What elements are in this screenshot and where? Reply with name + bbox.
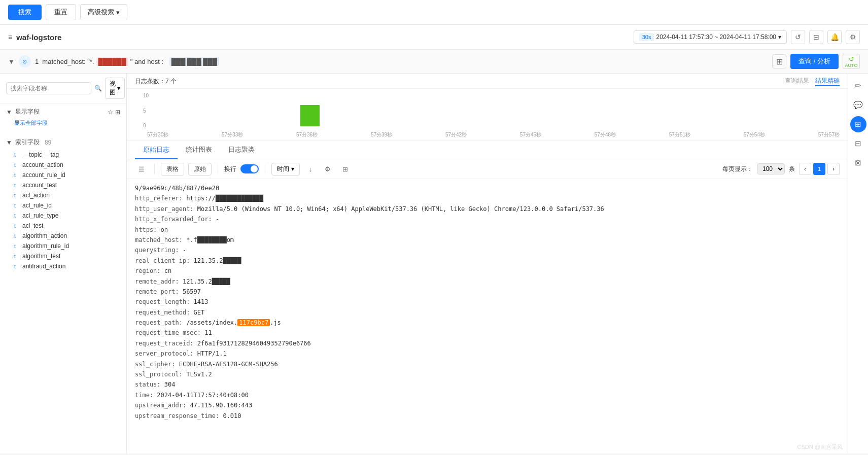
field-item[interactable]: talgorithm_test — [6, 251, 120, 261]
query-result-link[interactable]: 查询结果 — [785, 77, 809, 86]
field-item[interactable]: talgorithm_action — [6, 231, 120, 241]
per-page-unit: 条 — [789, 165, 795, 173]
refresh-button[interactable]: ↺ — [791, 30, 805, 44]
search-button[interactable]: 搜索 — [8, 5, 42, 20]
field-name-label: algorithm_action — [22, 232, 67, 239]
field-item[interactable]: taccount_action — [6, 160, 120, 170]
query-prefix: 1 matched_host: "*. — [35, 58, 94, 65]
columns-icon[interactable]: ⊞ — [115, 109, 120, 116]
star-icon[interactable]: ☆ — [108, 109, 113, 116]
right-edit-icon[interactable]: ✏ — [850, 78, 866, 94]
left-sidebar: 🔍 视图 ▾ ▼ 显示字段 ☆ ⊞ 显示全部字段 — [0, 74, 127, 453]
field-item[interactable]: t__topic__ tag — [6, 150, 120, 160]
show-all-fields-link[interactable]: 显示全部字段 — [6, 119, 120, 127]
field-item[interactable]: tacl_test — [6, 221, 120, 231]
query-host-ip: ███ ███ ███ — [169, 57, 219, 66]
raw-mode-button[interactable]: 原始 — [188, 163, 212, 176]
log-line: matched_host: *.f████████om — [135, 235, 840, 245]
field-item[interactable]: tacl_action — [6, 190, 120, 200]
search-icon[interactable]: 🔍 — [94, 85, 102, 92]
time-filter-button[interactable]: 时间 ▾ — [271, 163, 300, 176]
current-page-button[interactable]: 1 — [813, 163, 825, 175]
print-button[interactable]: ⊟ — [809, 30, 823, 44]
log-key: region: — [135, 267, 164, 274]
column-settings-button[interactable]: ⚙ — [321, 162, 334, 176]
log-key: matched_host: — [135, 236, 186, 243]
field-name-label: account_action — [22, 161, 63, 168]
advanced-search-button[interactable]: 高级搜索 ▾ — [80, 4, 127, 20]
field-item[interactable]: tacl_rule_id — [6, 200, 120, 211]
chart-x-label: 57分45秒 — [520, 131, 541, 138]
prev-page-button[interactable]: ‹ — [799, 163, 811, 175]
log-line: remote_addr: 121.35.2█████ — [135, 276, 840, 287]
field-item[interactable]: tantifraud_action — [6, 261, 120, 271]
log-key: request_time_msec: — [135, 329, 204, 336]
field-type-icon: t — [14, 233, 19, 239]
right-grid-icon[interactable]: ⊞ — [850, 116, 866, 132]
refined-result-link[interactable]: 结果精确 — [815, 77, 840, 86]
toggle-switch[interactable] — [240, 164, 259, 173]
field-item[interactable]: taccount_rule_id — [6, 170, 120, 180]
chart-x-label: 57分57秒 — [818, 131, 840, 138]
log-key: ssl_protocol: — [135, 371, 186, 378]
right-chat-icon[interactable]: 💬 — [850, 97, 866, 113]
log-key: time: — [135, 392, 157, 399]
log-value: 121.35.2█████ — [183, 278, 230, 285]
grid-columns-button[interactable]: ⊞ — [338, 162, 352, 176]
log-line: server_protocol: HTTP/1.1 — [135, 348, 840, 359]
index-count-badge: 89 — [45, 139, 51, 146]
right-expand-icon[interactable]: ⊟ — [850, 135, 866, 152]
tab-stats-chart[interactable]: 统计图表 — [178, 141, 220, 159]
log-line: http_x_forwarded_for: - — [135, 214, 840, 224]
log-key: querystring: — [135, 247, 183, 254]
header-right: 30s 2024-04-11 17:57:30 ~ 2024-04-11 17:… — [634, 30, 860, 44]
field-item[interactable]: tacl_rule_type — [6, 211, 120, 221]
per-page-select[interactable]: 100 — [757, 163, 785, 174]
log-value-suffix: .js — [270, 319, 281, 326]
index-fields-header[interactable]: ▼ 索引字段 89 — [6, 138, 120, 147]
y-label-top: 10 — [143, 93, 149, 98]
tab-raw-log[interactable]: 原始日志 — [135, 141, 178, 159]
list-view-button[interactable]: ☰ — [135, 162, 148, 176]
view-chevron-icon: ▾ — [117, 85, 120, 92]
log-value: 121.35.2█████ — [194, 257, 241, 264]
reset-button[interactable]: 重置 — [46, 4, 76, 20]
display-fields-header[interactable]: ▼ 显示字段 ☆ ⊞ — [6, 108, 120, 116]
query-expand-icon[interactable]: ▼ — [8, 58, 15, 65]
settings-button[interactable]: ⚙ — [846, 30, 860, 44]
table-mode-button[interactable]: 表格 — [161, 163, 184, 176]
field-item[interactable]: taccount_test — [6, 180, 120, 190]
chart-x-label: 57分30秒 — [147, 131, 168, 138]
query-middle: " and host : — [130, 58, 163, 65]
field-name-label: acl_rule_type — [22, 212, 58, 219]
time-range-text: 2024-04-11 17:57:30 ~ 2024-04-11 17:58:0… — [656, 33, 776, 41]
next-page-button[interactable]: › — [827, 163, 840, 175]
query-settings-icon[interactable]: ⊞ — [772, 54, 786, 68]
time-selector[interactable]: 30s 2024-04-11 17:57:30 ~ 2024-04-11 17:… — [634, 30, 787, 44]
y-label-mid: 5 — [143, 108, 149, 114]
tab-log-cluster[interactable]: 日志聚类 — [220, 141, 263, 159]
view-button[interactable]: 视图 ▾ — [105, 78, 125, 99]
log-content: 9/9ae969c/48b/887/0ee20http_referer: htt… — [127, 179, 848, 453]
field-search-input[interactable] — [6, 82, 91, 94]
time-filter-chevron: ▾ — [291, 165, 294, 172]
stats-area: 日志条数：7 个 查询结果 结果精确 — [127, 74, 848, 89]
download-button[interactable]: ↓ — [304, 162, 317, 176]
log-key: http_x_forwarded_for: — [135, 216, 216, 223]
query-analyze-button[interactable]: 查询 / 分析 — [790, 54, 839, 69]
body-layout: 🔍 视图 ▾ ▼ 显示字段 ☆ ⊞ 显示全部字段 — [0, 74, 868, 453]
advanced-chevron-icon: ▾ — [116, 9, 120, 16]
field-name-label: algorithm_rule_id — [22, 242, 69, 250]
bell-button[interactable]: 🔔 — [827, 30, 842, 44]
right-shrink-icon[interactable]: ⊠ — [850, 155, 866, 171]
log-line: request_path: /assets/index.117c9bc7.js — [135, 318, 840, 328]
log-key: remote_addr: — [135, 278, 183, 285]
toolbar-divider-1 — [154, 164, 155, 174]
auto-refresh-button[interactable]: ↺ AUTO — [843, 54, 860, 69]
field-item[interactable]: talgorithm_rule_id — [6, 241, 120, 251]
log-line: http_user_agent: Mozilla/5.0 (Windows NT… — [135, 204, 840, 214]
field-type-icon: t — [14, 193, 19, 198]
log-key: upstream_addr: — [135, 402, 190, 409]
query-text: 1 matched_host: "*.██████" and host : ██… — [35, 57, 768, 66]
log-key: request_path: — [135, 319, 186, 326]
